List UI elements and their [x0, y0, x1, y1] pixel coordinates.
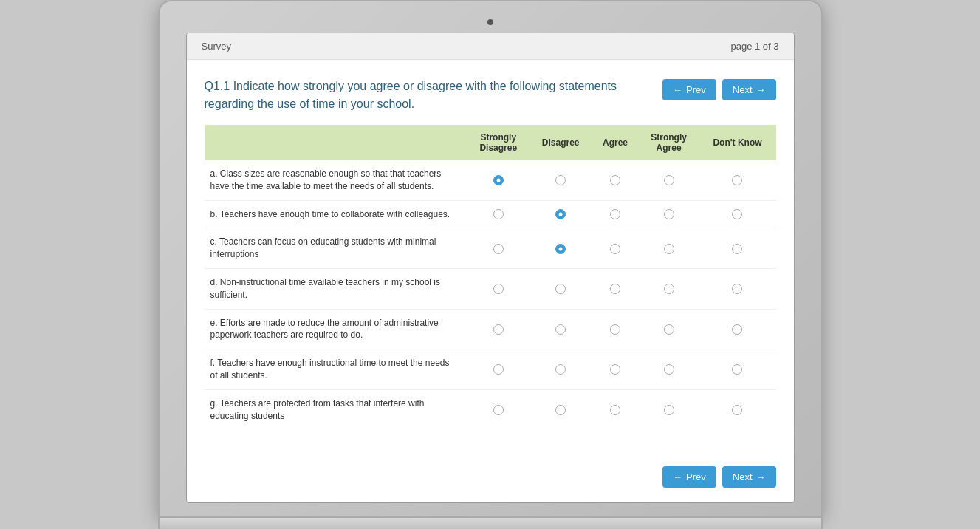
- radio-e-strongly_agree[interactable]: [664, 324, 674, 335]
- top-next-button[interactable]: Next: [722, 79, 776, 100]
- radio-d-strongly_agree[interactable]: [664, 284, 674, 294]
- radio-a-agree[interactable]: [610, 175, 620, 185]
- row-a-disagree[interactable]: [530, 160, 592, 200]
- row-f-statement: f. Teachers have enough instructional ti…: [205, 349, 467, 390]
- row-a-strongly_agree[interactable]: [639, 160, 699, 200]
- radio-b-strongly_agree[interactable]: [664, 209, 674, 219]
- col-strongly-agree: StronglyAgree: [639, 125, 699, 160]
- bottom-nav: Prev Next: [187, 457, 794, 502]
- radio-b-strongly_disagree[interactable]: [493, 209, 504, 219]
- radio-f-strongly_disagree[interactable]: [493, 364, 504, 375]
- row-g-statement: g. Teachers are protected from tasks tha…: [205, 389, 467, 429]
- survey-title: Survey: [202, 41, 231, 52]
- radio-b-dont_know[interactable]: [732, 209, 742, 219]
- row-f-agree[interactable]: [592, 349, 638, 390]
- row-f-disagree[interactable]: [530, 349, 592, 390]
- question-title-row: Q1.1 Indicate how strongly you agree or …: [205, 78, 776, 113]
- radio-d-agree[interactable]: [610, 284, 620, 294]
- row-e-strongly_agree[interactable]: [639, 309, 699, 349]
- row-b-agree[interactable]: [592, 200, 638, 228]
- radio-f-disagree[interactable]: [555, 364, 566, 375]
- radio-b-agree[interactable]: [610, 209, 620, 219]
- radio-g-disagree[interactable]: [555, 405, 566, 415]
- table-row: f. Teachers have enough instructional ti…: [205, 349, 776, 390]
- radio-c-strongly_agree[interactable]: [664, 244, 674, 254]
- row-f-strongly_agree[interactable]: [639, 349, 699, 390]
- laptop-wrapper: Survey page 1 of 3 Q1.1 Indicate how str…: [158, 0, 823, 529]
- row-c-agree[interactable]: [592, 228, 638, 269]
- radio-f-strongly_agree[interactable]: [664, 364, 674, 375]
- row-c-strongly_disagree[interactable]: [467, 228, 530, 269]
- row-e-dont_know[interactable]: [699, 309, 775, 349]
- col-statement: [205, 125, 467, 160]
- row-b-strongly_agree[interactable]: [639, 200, 699, 228]
- radio-d-disagree[interactable]: [555, 284, 566, 294]
- radio-f-agree[interactable]: [610, 364, 620, 375]
- radio-a-disagree[interactable]: [555, 175, 566, 185]
- bottom-next-button[interactable]: Next: [722, 466, 776, 488]
- row-c-disagree[interactable]: [530, 228, 592, 269]
- radio-c-disagree[interactable]: [555, 244, 566, 254]
- question-block: Q1.1 Indicate how strongly you agree or …: [205, 78, 776, 429]
- radio-f-dont_know[interactable]: [732, 364, 742, 375]
- radio-d-dont_know[interactable]: [732, 284, 742, 294]
- radio-g-strongly_agree[interactable]: [664, 405, 674, 415]
- row-d-agree[interactable]: [592, 268, 638, 309]
- table-header-row: StronglyDisagree Disagree Agree Strongly…: [205, 125, 776, 160]
- row-e-disagree[interactable]: [530, 309, 592, 349]
- row-g-agree[interactable]: [592, 389, 638, 429]
- table-row: g. Teachers are protected from tasks tha…: [205, 389, 776, 429]
- radio-a-strongly_disagree[interactable]: [493, 175, 504, 185]
- radio-g-agree[interactable]: [610, 405, 620, 415]
- laptop-screen: Survey page 1 of 3 Q1.1 Indicate how str…: [186, 33, 795, 503]
- radio-a-dont_know[interactable]: [732, 175, 742, 185]
- row-e-statement: e. Efforts are made to reduce the amount…: [205, 309, 467, 349]
- row-e-strongly_disagree[interactable]: [467, 309, 530, 349]
- row-a-statement: a. Class sizes are reasonable enough so …: [205, 160, 467, 200]
- survey-header: Survey page 1 of 3: [187, 33, 794, 60]
- row-b-strongly_disagree[interactable]: [467, 200, 530, 228]
- row-b-dont_know[interactable]: [699, 200, 775, 228]
- radio-g-strongly_disagree[interactable]: [493, 405, 504, 415]
- row-b-disagree[interactable]: [530, 200, 592, 228]
- row-a-strongly_disagree[interactable]: [467, 160, 530, 200]
- radio-d-strongly_disagree[interactable]: [493, 284, 504, 294]
- bottom-prev-button[interactable]: Prev: [662, 466, 716, 488]
- row-g-strongly_disagree[interactable]: [467, 389, 530, 429]
- survey-page-info: page 1 of 3: [730, 41, 778, 52]
- row-d-strongly_agree[interactable]: [639, 268, 699, 309]
- row-f-dont_know[interactable]: [699, 349, 775, 390]
- top-prev-button[interactable]: Prev: [662, 79, 716, 100]
- radio-b-disagree[interactable]: [555, 209, 566, 219]
- row-d-dont_know[interactable]: [699, 268, 775, 309]
- radio-e-strongly_disagree[interactable]: [493, 324, 504, 335]
- radio-e-disagree[interactable]: [555, 324, 566, 335]
- row-b-statement: b. Teachers have enough time to collabor…: [205, 200, 467, 228]
- row-g-dont_know[interactable]: [699, 389, 775, 429]
- row-d-strongly_disagree[interactable]: [467, 268, 530, 309]
- row-c-strongly_agree[interactable]: [639, 228, 699, 269]
- radio-c-dont_know[interactable]: [732, 244, 742, 254]
- row-e-agree[interactable]: [592, 309, 638, 349]
- radio-e-dont_know[interactable]: [732, 324, 742, 335]
- row-c-statement: c. Teachers can focus on educating stude…: [205, 228, 467, 269]
- row-d-disagree[interactable]: [530, 268, 592, 309]
- row-a-agree[interactable]: [592, 160, 638, 200]
- radio-e-agree[interactable]: [610, 324, 620, 335]
- table-row: a. Class sizes are reasonable enough so …: [205, 160, 776, 200]
- row-c-dont_know[interactable]: [699, 228, 775, 269]
- radio-a-strongly_agree[interactable]: [664, 175, 674, 185]
- row-g-strongly_agree[interactable]: [639, 389, 699, 429]
- laptop-base: [158, 518, 823, 529]
- row-g-disagree[interactable]: [530, 389, 592, 429]
- row-a-dont_know[interactable]: [699, 160, 775, 200]
- survey-body: Q1.1 Indicate how strongly you agree or …: [187, 60, 794, 457]
- row-f-strongly_disagree[interactable]: [467, 349, 530, 390]
- row-d-statement: d. Non-instructional time available teac…: [205, 268, 467, 309]
- radio-c-agree[interactable]: [610, 244, 620, 254]
- radio-c-strongly_disagree[interactable]: [493, 244, 504, 254]
- col-strongly-disagree: StronglyDisagree: [467, 125, 530, 160]
- question-title: Q1.1 Indicate how strongly you agree or …: [205, 78, 651, 113]
- radio-g-dont_know[interactable]: [732, 405, 742, 415]
- table-row: c. Teachers can focus on educating stude…: [205, 228, 776, 269]
